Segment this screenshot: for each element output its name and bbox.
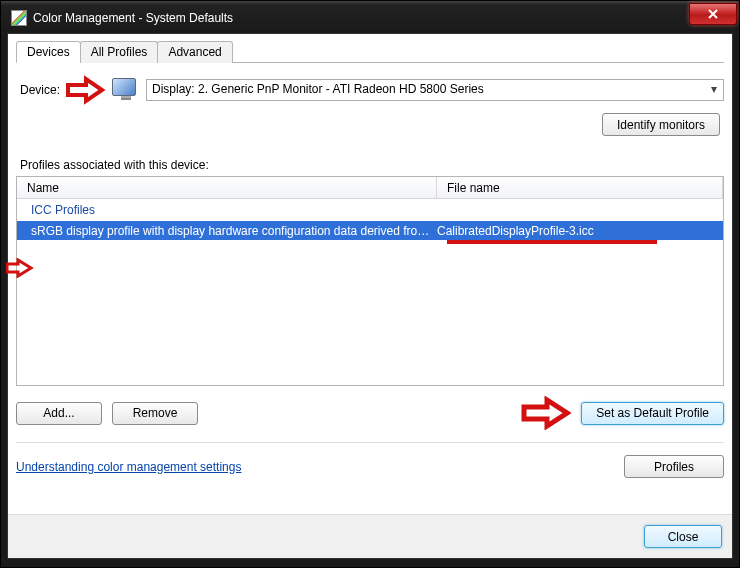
annotation-arrow-set-default xyxy=(521,396,571,430)
divider xyxy=(16,442,724,443)
profile-file-cell: CalibratedDisplayProfile-3.icc xyxy=(437,224,709,238)
device-row: Device: Display: 2. Generic PnP Monitor … xyxy=(20,75,724,105)
close-button[interactable] xyxy=(689,3,737,25)
understanding-link[interactable]: Understanding color management settings xyxy=(16,460,241,474)
table-body: ICC Profiles sRGB display profile with d… xyxy=(17,199,723,385)
close-icon xyxy=(707,8,719,20)
bottom-bar: Close xyxy=(8,514,732,558)
table-row[interactable]: sRGB display profile with display hardwa… xyxy=(17,221,723,240)
device-select[interactable]: Display: 2. Generic PnP Monitor - ATI Ra… xyxy=(146,79,724,101)
remove-button[interactable]: Remove xyxy=(112,402,198,425)
profile-actions-row: Add... Remove Set as Default Profile xyxy=(16,396,724,430)
app-icon xyxy=(11,10,27,26)
profile-name-cell: sRGB display profile with display hardwa… xyxy=(31,224,437,238)
close-dialog-button[interactable]: Close xyxy=(644,525,722,548)
add-button[interactable]: Add... xyxy=(16,402,102,425)
profiles-table: Name File name ICC Profiles sRGB display… xyxy=(16,176,724,386)
device-select-value: Display: 2. Generic PnP Monitor - ATI Ra… xyxy=(152,82,484,96)
client-area: Devices All Profiles Advanced Device: Di… xyxy=(7,33,733,559)
device-label: Device: xyxy=(20,83,60,97)
group-header-icc: ICC Profiles xyxy=(17,199,723,221)
profiles-button[interactable]: Profiles xyxy=(624,455,724,478)
footer-row: Understanding color management settings … xyxy=(16,455,724,478)
tab-all-profiles[interactable]: All Profiles xyxy=(80,41,159,63)
column-header-name[interactable]: Name xyxy=(17,177,437,198)
set-default-profile-button[interactable]: Set as Default Profile xyxy=(581,402,724,425)
annotation-underline xyxy=(447,240,657,244)
identify-monitors-button[interactable]: Identify monitors xyxy=(602,113,720,136)
window-title: Color Management - System Defaults xyxy=(33,11,729,25)
profiles-section-label: Profiles associated with this device: xyxy=(20,158,724,172)
window-frame: Color Management - System Defaults Devic… xyxy=(0,0,740,568)
monitor-icon xyxy=(112,78,140,102)
identify-row: Identify monitors xyxy=(16,113,724,136)
column-header-file[interactable]: File name xyxy=(437,177,723,198)
tab-devices[interactable]: Devices xyxy=(16,41,81,63)
tab-advanced[interactable]: Advanced xyxy=(157,41,232,63)
titlebar[interactable]: Color Management - System Defaults xyxy=(7,7,733,33)
table-header-row: Name File name xyxy=(17,177,723,199)
annotation-arrow-device xyxy=(66,75,106,105)
tabstrip: Devices All Profiles Advanced xyxy=(16,40,724,63)
